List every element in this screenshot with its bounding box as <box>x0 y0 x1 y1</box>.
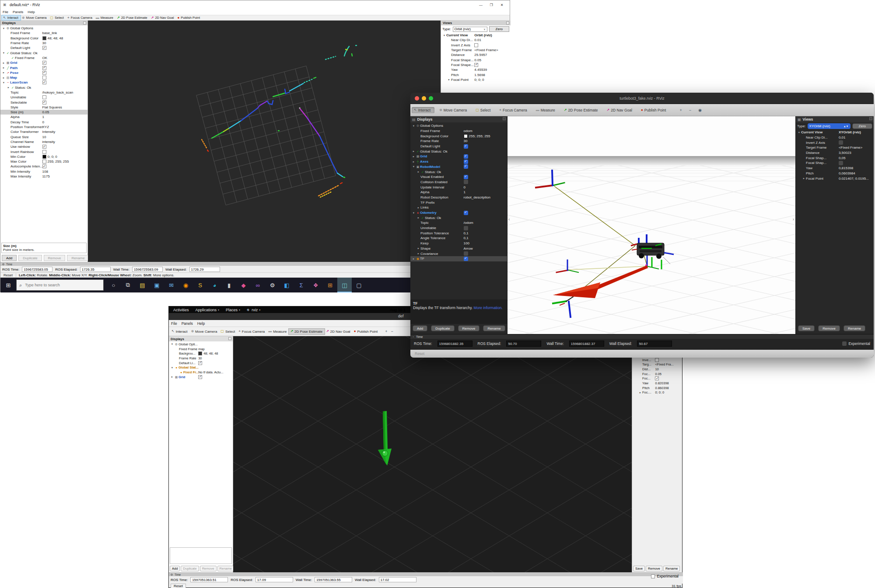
window-icon[interactable]: ▢ <box>352 278 366 292</box>
ros-elapsed-value[interactable]: 1726.35 <box>80 267 111 272</box>
property-row[interactable]: Near Clip Di...0,01 <box>796 135 874 140</box>
property-row[interactable]: ▾RobotModel <box>410 164 507 170</box>
property-row[interactable]: Use rainbow <box>0 144 88 149</box>
property-value[interactable]: 48; 48; 48 <box>203 351 218 355</box>
property-row[interactable]: ▸Grid <box>0 60 88 65</box>
property-row[interactable]: Collision Enabled <box>410 180 507 185</box>
3d-viewport-pose[interactable] <box>233 336 633 572</box>
expander-icon[interactable]: ▸ <box>638 391 642 394</box>
start-button[interactable] <box>0 278 16 292</box>
property-value[interactable]: 0; 0; 0 <box>655 390 664 394</box>
property-value[interactable]: 0.05 <box>474 58 481 62</box>
checkbox[interactable] <box>464 257 468 261</box>
property-row[interactable]: ▸Covariance <box>410 251 507 256</box>
topbar-applications[interactable]: Applications <box>196 308 220 312</box>
property-value[interactable]: 0 <box>464 185 466 189</box>
property-value[interactable]: 0,1 <box>464 231 469 235</box>
property-value[interactable]: 100 <box>464 241 469 245</box>
property-value[interactable]: 0,815398 <box>839 166 853 170</box>
titlebar[interactable]: default.rviz* - RViz — ❐ ✕ <box>0 0 510 9</box>
property-row[interactable]: Min Color0; 0; 0 <box>0 154 88 159</box>
3d-viewport-robot[interactable] <box>508 116 795 334</box>
property-row[interactable]: Size (m)0.05 <box>0 110 88 115</box>
property-value[interactable]: map <box>198 347 205 351</box>
property-row[interactable]: ▾Current ViewOrbit (rviz) <box>441 33 511 38</box>
property-row[interactable]: ▾Global Status: Ok <box>0 50 88 55</box>
property-row[interactable]: Fixed Frameodom <box>410 129 507 134</box>
property-value[interactable]: Orbit (rviz) <box>474 33 492 37</box>
checkbox[interactable] <box>464 144 468 149</box>
property-row[interactable]: Foc... <box>632 376 682 381</box>
property-value[interactable]: OK <box>42 56 48 60</box>
property-row[interactable]: Max Color255; 255; 255 <box>0 159 88 164</box>
property-value[interactable]: base_link <box>42 31 57 35</box>
expander-icon[interactable]: ▸ <box>447 78 451 81</box>
property-value[interactable]: 10 <box>42 135 46 139</box>
property-row[interactable]: StyleFlat Squares <box>0 105 88 110</box>
property-value[interactable]: 0.05 <box>655 372 662 376</box>
expander-icon[interactable]: ▾ <box>442 34 446 37</box>
tool-publish-point[interactable]: Publish Point <box>639 107 670 113</box>
tool-publish-point[interactable]: Publish Point <box>176 15 202 20</box>
tool-properties-button[interactable]: ◉ <box>696 108 704 112</box>
panel-float-button[interactable] <box>506 21 509 24</box>
remove-button[interactable]: Remove <box>818 325 840 331</box>
property-row[interactable]: Distance3,50023 <box>796 150 874 156</box>
property-row[interactable]: Robot Descriptionrobot_description <box>410 195 507 200</box>
property-row[interactable]: Foc...0.05 <box>632 372 682 376</box>
property-row[interactable]: ▸Focal Point0; 0; 0 <box>441 77 511 82</box>
color-swatch[interactable] <box>198 351 202 355</box>
checkbox[interactable] <box>42 164 46 168</box>
remove-button[interactable]: Remove <box>200 566 217 571</box>
property-value[interactable]: 0.01 <box>474 38 481 42</box>
property-value[interactable]: No tf data. Actu... <box>198 370 224 374</box>
visual-studio-icon[interactable]: ∞ <box>251 278 265 292</box>
maximize-button[interactable]: ❐ <box>486 3 497 7</box>
mail-icon[interactable]: ✉ <box>164 278 178 292</box>
checkbox[interactable] <box>655 376 659 380</box>
property-row[interactable]: ▾Global Options <box>0 26 88 31</box>
save-button[interactable]: Save <box>798 325 815 331</box>
property-row[interactable]: Fixed Fr...No tf data. Actu... <box>169 370 233 375</box>
property-row[interactable]: Frame Rate30 <box>0 41 88 45</box>
close-button[interactable] <box>415 96 419 101</box>
expander-icon[interactable]: ▾ <box>170 366 174 369</box>
tool-interact[interactable]: Interact <box>2 15 21 20</box>
property-row[interactable]: ▾Odometry <box>410 210 507 216</box>
tool-measure[interactable]: Measure <box>267 329 289 334</box>
duplicate-button[interactable]: Duplicate <box>18 255 42 261</box>
property-row[interactable]: Focal Shap... <box>796 160 874 166</box>
checkbox[interactable] <box>464 175 468 179</box>
checkbox[interactable] <box>42 95 46 99</box>
wall-elapsed-value[interactable]: 17.02 <box>379 577 416 582</box>
menu-panels[interactable]: Panels <box>182 321 193 326</box>
tool-measure[interactable]: Measure <box>534 107 559 113</box>
property-value[interactable]: 25.5957 <box>474 53 487 57</box>
property-row[interactable]: TF Prefix <box>410 200 507 205</box>
property-row[interactable]: Color TransformerIntensity <box>0 129 88 134</box>
property-value[interactable]: 0.05 <box>42 110 49 114</box>
expander-icon[interactable]: ▸ <box>7 86 10 89</box>
property-row[interactable]: Fixed Framemap <box>169 347 233 351</box>
tool-select[interactable]: Select <box>219 329 237 334</box>
property-row[interactable]: Pitch1.5698 <box>441 72 511 77</box>
property-row[interactable]: Invert Z Axis <box>441 43 511 48</box>
property-row[interactable]: Distance25.5957 <box>441 52 511 57</box>
remove-button[interactable]: Remove <box>646 566 662 571</box>
tool-interact[interactable]: Interact <box>412 107 434 113</box>
expander-icon[interactable]: ▸ <box>416 247 420 250</box>
property-value[interactable]: 0,1 <box>464 236 469 240</box>
property-value[interactable]: 3,50023 <box>839 151 851 155</box>
tool-2d-nav-goal[interactable]: 2D Nav Goal <box>605 107 636 113</box>
expander-icon[interactable]: ▸ <box>2 76 6 80</box>
expander-icon[interactable]: ▸ <box>416 252 420 255</box>
expander-icon[interactable]: ▸ <box>412 150 416 153</box>
ros-elapsed-value[interactable]: 50.70 <box>506 341 541 347</box>
panel-float-button[interactable] <box>228 337 231 340</box>
property-value[interactable]: 0; 0; 0 <box>474 78 484 82</box>
diamond-icon[interactable]: ◆ <box>236 278 251 292</box>
remove-tool-button[interactable]: − <box>687 108 693 112</box>
property-row[interactable]: Pitch0.860398 <box>632 386 682 390</box>
property-row[interactable]: Decay Time0 <box>0 120 88 125</box>
checkbox[interactable] <box>42 76 46 80</box>
